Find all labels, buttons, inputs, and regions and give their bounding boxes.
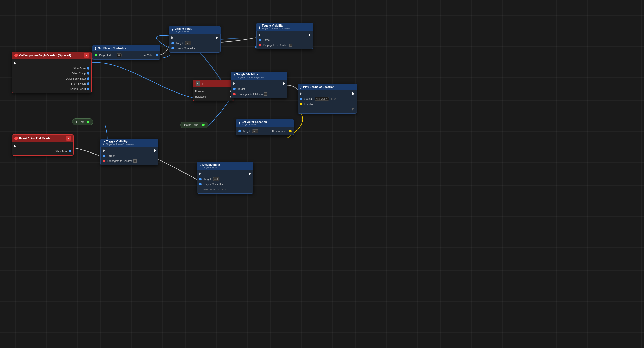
exec-out-pin xyxy=(14,62,16,65)
target-pin xyxy=(238,130,241,132)
node-title: Toggle Visibility xyxy=(106,140,134,143)
target-pin xyxy=(259,39,261,41)
node-play-sound-at-location[interactable]: ƒ Play Sound at Location Sound AIR_Cue ▼… xyxy=(298,84,357,114)
f-horn-out-pin xyxy=(87,121,89,123)
propagate-checkbox[interactable] xyxy=(289,44,292,47)
target-pin xyxy=(103,155,105,157)
node-point-light-1[interactable]: Point Light 1 xyxy=(180,122,208,128)
node-title: F Horn xyxy=(76,120,85,123)
target-pin xyxy=(199,178,202,180)
target-pin xyxy=(233,88,236,90)
node-title: Play Sound at Location xyxy=(303,85,335,88)
exec-in-pin xyxy=(171,36,173,39)
event-icon xyxy=(14,136,19,141)
node-title: Event Actor End Overlap xyxy=(19,137,52,140)
node-event-actor-end-overlap[interactable]: Event Actor End Overlap ✕ Other Actor xyxy=(12,134,74,156)
node-title: Toggle Visibility xyxy=(236,73,265,76)
node-title: Disable Input xyxy=(202,163,220,166)
exec-out-pin xyxy=(283,82,285,85)
node-title: Point Light 1 xyxy=(184,123,200,126)
player-index-pin xyxy=(95,54,97,56)
node-title: F xyxy=(202,82,204,85)
node-title: Enable Input xyxy=(175,27,192,30)
sound-dropdown[interactable]: AIR_Cue ▼ xyxy=(315,97,329,101)
exec-out-pin xyxy=(352,92,354,95)
node-title: Toggle Visibility xyxy=(262,24,290,27)
node-toggle-visibility-3[interactable]: ƒ Toggle Visibility Target is SceneCompo… xyxy=(100,139,158,165)
propagate-pin xyxy=(233,93,236,95)
node-on-component-begin-overlap[interactable]: OnComponentBeginOverlap (Sphere1) ✕ Othe… xyxy=(12,52,92,93)
player-controller-pin xyxy=(171,47,174,49)
node-get-player-controller[interactable]: ƒ Get Player Controller Player Index 0 R… xyxy=(92,45,160,60)
propagate-pin xyxy=(259,44,261,46)
propagate-pin xyxy=(103,160,105,162)
propagate-checkbox[interactable] xyxy=(264,92,267,96)
other-actor-pin xyxy=(87,67,89,70)
sweep-result-pin xyxy=(87,88,89,90)
node-title: OnComponentBeginOverlap (Sphere1) xyxy=(19,54,71,57)
node-get-actor-location[interactable]: ƒ Get Actor Location Target is Actor Tar… xyxy=(236,119,294,135)
other-body-index-pin xyxy=(87,77,89,80)
node-f-key-event[interactable]: F F Pressed Released xyxy=(193,80,234,101)
return-value-pin xyxy=(289,130,292,132)
location-pin xyxy=(300,103,302,105)
node-toggle-visibility-1[interactable]: ƒ Toggle Visibility Target is SceneCompo… xyxy=(256,23,313,49)
exec-in-pin xyxy=(233,82,235,85)
node-title: Get Actor Location xyxy=(242,120,267,123)
exec-in-pin xyxy=(300,92,302,95)
other-actor-pin xyxy=(69,150,71,152)
node-enable-input[interactable]: ƒ Enable Input Target is Actor Target se… xyxy=(169,26,221,53)
return-value-pin xyxy=(156,54,158,56)
node-toggle-visibility-2[interactable]: ƒ Toggle Visibility Target is SceneCompo… xyxy=(231,72,287,98)
exec-out-pin xyxy=(309,33,311,36)
exec-out-pin xyxy=(216,36,218,39)
exec-in-pin xyxy=(259,33,261,36)
node-disable-input[interactable]: ƒ Disable Input Target is Actor Target s… xyxy=(197,162,253,194)
from-sweep-pin xyxy=(87,82,89,85)
exec-in-pin xyxy=(103,149,105,152)
node-f-horn[interactable]: F Horn xyxy=(72,118,93,125)
target-pin xyxy=(171,42,174,44)
exec-out-pin xyxy=(14,145,16,148)
exec-out-pin xyxy=(154,149,156,152)
exec-out-pin xyxy=(249,172,251,175)
node-title: Get Player Controller xyxy=(98,47,126,50)
propagate-checkbox[interactable] xyxy=(133,159,137,163)
point-light-out-pin xyxy=(202,124,205,126)
sound-pin xyxy=(300,98,302,100)
other-comp-pin xyxy=(87,72,89,75)
player-controller-pin xyxy=(199,183,202,185)
exec-in-pin xyxy=(199,172,201,175)
event-icon xyxy=(14,53,19,58)
